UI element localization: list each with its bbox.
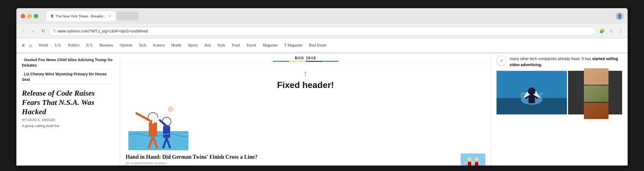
olympic-illustration (120, 96, 491, 150)
tab-close-button[interactable]: ✕ (108, 14, 111, 18)
content-inner: Ousted Fox News Chief Ailes Advising Tru… (16, 53, 628, 166)
svg-point-8 (162, 117, 171, 126)
rio-bar-yellow (289, 61, 306, 62)
article-time: 45 minutes ago (126, 165, 456, 166)
url-bar[interactable]: ⓘ www.nytimes.com/?WT.z_jog=1&hF=t&vS=un… (49, 27, 596, 36)
url-text: www.nytimes.com/?WT.z_jog=1&hF=t&vS=unde… (58, 29, 148, 33)
search-button[interactable]: ⌕ (29, 43, 32, 48)
right-column: ↗ many other tech companies already have… (491, 53, 628, 166)
rio-underline (120, 61, 491, 62)
nav-item-ny[interactable]: N.Y. (86, 43, 93, 48)
nyt-nav-items: World U.S. Politics N.Y. Business Opinio… (39, 43, 622, 48)
extensions-icon[interactable]: 🧩 (598, 27, 606, 35)
nav-item-magazine[interactable]: Magazine (263, 43, 278, 48)
byline-text: By CHRISTOPHER CLAREY (126, 162, 167, 165)
thumbnail-1[interactable] (584, 68, 608, 85)
svg-rect-9 (163, 126, 170, 138)
svg-point-21 (475, 157, 478, 161)
water-splash-image[interactable] (497, 71, 567, 114)
article-text-block: Hand in Hand: Did German Twins' Finish C… (126, 154, 456, 166)
profile-icon[interactable]: 👤 (616, 12, 623, 20)
nav-item-us[interactable]: U.S. (55, 43, 61, 48)
small-thumbnails (584, 68, 608, 119)
back-button[interactable]: ‹ (20, 27, 27, 35)
nav-item-tech[interactable]: Tech (139, 43, 146, 48)
svg-rect-13 (461, 154, 485, 166)
nav-item-opinion[interactable]: Opinion (120, 43, 132, 48)
tab-title: The New York Times - Breakin... (55, 14, 106, 18)
nyt-nav-left: ≡ ⌕ (22, 43, 32, 48)
fixed-header-arrow-icon: ↑ (120, 69, 491, 78)
runner-svg (461, 154, 485, 166)
share-button[interactable]: ↗ (497, 56, 506, 66)
nav-item-sports[interactable]: Sports (188, 43, 198, 48)
nav-item-style[interactable]: Style (217, 43, 225, 48)
article-headline[interactable]: Hand in Hand: Did German Twins' Finish C… (126, 154, 456, 160)
bookmark-icon[interactable]: ☆ (607, 27, 615, 35)
right-text-content: many other tech companies already have: … (510, 57, 618, 67)
close-button[interactable] (21, 14, 25, 18)
address-bar: ‹ › ↻ ⓘ www.nytimes.com/?WT.z_jog=1&hF=t… (16, 24, 628, 38)
maximize-button[interactable] (34, 14, 38, 18)
water-splash-svg (497, 71, 567, 114)
thumbnail-2[interactable] (584, 86, 608, 102)
nav-item-real-estate[interactable]: Real Estate (309, 43, 326, 48)
svg-point-5 (168, 107, 173, 112)
fixed-header-label: Fixed header! (277, 80, 334, 90)
rio-bar-green (273, 61, 289, 62)
refresh-button[interactable]: ↻ (39, 27, 47, 35)
article-mid-flex: Hand in Hand: Did German Twins' Finish C… (126, 154, 485, 166)
rio-badge: RIO 2016 (120, 53, 491, 64)
right-article-text: many other tech companies already have: … (510, 56, 622, 68)
rio-bar-green2 (322, 61, 338, 62)
top-story-2[interactable]: Liz Cheney Wins Wyoming Primary for Hous… (22, 70, 114, 84)
active-tab[interactable]: 𝕿 The New York Times - Breakin... ✕ (46, 11, 116, 21)
inactive-tab[interactable] (117, 12, 138, 20)
minimize-button[interactable] (27, 14, 32, 18)
nav-item-world[interactable]: World (39, 43, 48, 48)
nyt-tab-icon: 𝕿 (51, 14, 53, 19)
article-section: Hand in Hand: Did German Twins' Finish C… (120, 150, 491, 166)
nav-item-politics[interactable]: Politics (68, 43, 79, 48)
runner-thumbnail (461, 154, 485, 166)
svg-point-31 (528, 87, 536, 95)
top-story-2-text: Liz Cheney Wins Wyoming Primary for Hous… (22, 72, 107, 82)
nav-item-science[interactable]: Science (153, 43, 165, 48)
article-byline: By CHRISTOPHER CLAREY (126, 162, 456, 165)
svg-rect-2 (149, 122, 157, 136)
olympic-figure-svg (128, 96, 188, 150)
left-column: Ousted Fox News Chief Ailes Advising Tru… (16, 53, 120, 166)
top-story-1-text: Ousted Fox News Chief Ailes Advising Tru… (22, 58, 113, 67)
tab-bar: 𝕿 The New York Times - Breakin... ✕ (46, 11, 613, 21)
main-story-byline: By DAVID E. SANGER (22, 118, 114, 122)
rio-bar-blue (306, 61, 322, 62)
title-bar: 𝕿 The New York Times - Breakin... ✕ 👤 (16, 8, 628, 24)
content-area: Ousted Fox News Chief Ailes Advising Tru… (16, 53, 628, 166)
nav-item-food[interactable]: Food (232, 43, 240, 48)
svg-point-15 (468, 157, 471, 161)
top-story-1[interactable]: Ousted Fox News Chief Ailes Advising Tru… (22, 56, 114, 70)
nav-item-health[interactable]: Health (171, 43, 181, 48)
nyt-navbar: ≡ ⌕ World U.S. Politics N.Y. Business Op… (16, 38, 628, 53)
hamburger-menu[interactable]: ≡ (22, 43, 25, 48)
browser-window: 𝕿 The New York Times - Breakin... ✕ 👤 ‹ … (16, 8, 628, 166)
rio-title: RIO 2016 (120, 56, 491, 60)
main-story-excerpt: A group calling itself the (22, 123, 114, 129)
nav-item-arts[interactable]: Arts (204, 43, 211, 48)
secure-icon: ⓘ (53, 29, 56, 33)
traffic-lights (21, 14, 38, 18)
nav-item-travel[interactable]: Travel (246, 43, 256, 48)
toolbar-right: 🧩 ☆ ⋮ (598, 27, 624, 35)
nav-item-t-magazine[interactable]: T Magazine (284, 43, 303, 48)
main-story-title[interactable]: Release of Code Raises Fears That N.S.A.… (22, 89, 114, 116)
thumbnail-3[interactable] (584, 103, 608, 119)
menu-icon[interactable]: ⋮ (617, 27, 624, 35)
forward-button[interactable]: › (29, 27, 37, 35)
fixed-header-annotation: ↑ Fixed header! (120, 64, 491, 96)
middle-column: RIO 2016 ↑ Fixed header! (120, 53, 491, 166)
nav-item-business[interactable]: Business (100, 43, 113, 48)
